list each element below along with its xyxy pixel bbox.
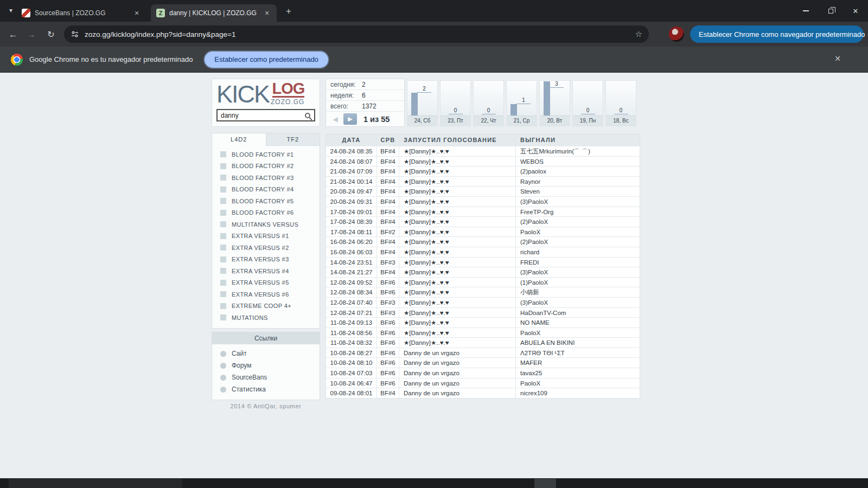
link-label: Форум bbox=[232, 362, 251, 369]
col-kicker: ★[Danny]★..♥.♥ bbox=[399, 237, 516, 247]
server-label: EXTRA VERSUS #4 bbox=[232, 268, 289, 274]
col-server: BF#6 bbox=[376, 287, 399, 297]
infobar-close-icon[interactable]: ✕ bbox=[834, 54, 841, 63]
sidebar-item-server[interactable]: BLOOD FACTORY #2 bbox=[212, 160, 320, 172]
col-kicker: Danny de un vrgazo bbox=[399, 358, 516, 368]
taskbar-app-segment[interactable] bbox=[9, 479, 182, 488]
tab-tf2[interactable]: TF2 bbox=[266, 133, 320, 146]
link-bullet-icon bbox=[220, 387, 226, 393]
restore-button[interactable] bbox=[818, 0, 843, 22]
site-settings-icon[interactable] bbox=[71, 30, 79, 38]
tab-close-icon[interactable]: ✕ bbox=[132, 10, 141, 17]
sidebar-item-server[interactable]: MUTATIONS bbox=[212, 312, 320, 324]
minimize-button[interactable] bbox=[793, 0, 818, 22]
col-kicker: Danny de un vrgazo bbox=[399, 378, 516, 388]
pagination: ◀ ▶ 1 из 55 bbox=[326, 112, 404, 126]
day-chart: 121, Ср bbox=[506, 80, 537, 126]
col-date: 12-08-24 08:34 bbox=[326, 287, 376, 297]
stat-row: неделя:6 bbox=[326, 90, 404, 101]
col-kicked: (2)paolox bbox=[516, 166, 640, 176]
table-row: 17-08-24 08:11BF#2★[Danny]★..♥.♥PaoloX bbox=[326, 227, 640, 237]
sidebar-item-server[interactable]: BLOOD FACTORY #5 bbox=[212, 195, 320, 207]
server-bullet-icon bbox=[220, 268, 226, 274]
profile-avatar[interactable] bbox=[669, 27, 684, 42]
sidebar-item-server[interactable]: EXTREME COOP 4+ bbox=[212, 300, 320, 312]
forward-icon[interactable]: → bbox=[25, 28, 38, 41]
col-date: 10-08-24 08:27 bbox=[326, 348, 376, 358]
url-text[interactable]: zozo.gg/kicklog/index.php?sid=danny&page… bbox=[85, 30, 631, 38]
table-row: 16-08-24 06:20BF#4★[Danny]★..♥.♥(2)Paolo… bbox=[326, 236, 640, 247]
tab-close-icon[interactable]: ✕ bbox=[263, 10, 271, 17]
sidebar-item-server[interactable]: EXTRA VERSUS #3 bbox=[212, 254, 320, 266]
sidebar-link[interactable]: SourceBans bbox=[212, 371, 320, 383]
browser-window: ▾ SourceBans | ZOZO.GG ✕ Z danny | KICKL… bbox=[0, 0, 868, 488]
sidebar-item-server[interactable]: EXTRA VERSUS #5 bbox=[212, 277, 320, 289]
tab-kicklog[interactable]: Z danny | KICKLOG | ZOZO.GG ✕ bbox=[151, 4, 277, 22]
sidebar-item-server[interactable]: BLOOD FACTORY #1 bbox=[212, 149, 320, 160]
day-chart: 019, Пн bbox=[572, 80, 603, 126]
col-kicked: MAFER bbox=[516, 358, 640, 368]
table-row: 12-08-24 07:40BF#3★[Danny]★..♥.♥(3)Paolo… bbox=[326, 297, 640, 307]
day-chart-plot: 0 bbox=[474, 81, 503, 115]
sidebar-link[interactable]: Статистика bbox=[212, 383, 320, 395]
sidebar-item-server[interactable]: EXTRA VERSUS #2 bbox=[212, 242, 320, 254]
tab-l4d2[interactable]: L4D2 bbox=[212, 133, 266, 146]
sidebar-item-server[interactable]: EXTRA VERSUS #6 bbox=[212, 288, 320, 300]
col-date: 11-08-24 08:32 bbox=[326, 338, 376, 348]
stat-label: сегодня: bbox=[326, 79, 362, 89]
sidebar-item-server[interactable]: MULTITANKS VERSUS bbox=[212, 219, 320, 230]
col-kicked: (2)PaoloX bbox=[516, 217, 640, 227]
set-default-browser-button[interactable]: Establecer Chrome como navegador predete… bbox=[690, 25, 864, 43]
col-date: 10-08-24 08:10 bbox=[326, 358, 376, 368]
address-bar[interactable]: zozo.gg/kicklog/index.php?sid=danny&page… bbox=[64, 25, 649, 43]
prev-page-icon[interactable]: ◀ bbox=[330, 115, 340, 123]
col-date: 16-08-24 06:20 bbox=[326, 237, 376, 247]
server-bullet-icon bbox=[220, 245, 226, 251]
infobar-set-default-button[interactable]: Establecer como predeterminado bbox=[205, 52, 328, 68]
day-chart-value: 0 bbox=[482, 107, 496, 114]
tab-title: danny | KICKLOG | ZOZO.GG bbox=[169, 9, 258, 17]
table-row: 12-08-24 08:34BF#6★[Danny]★..♥.♥小萌新 bbox=[326, 287, 640, 297]
col-kicker: ★[Danny]★..♥.♥ bbox=[399, 278, 516, 287]
col-kicker: Danny de un vrgazo bbox=[399, 348, 516, 358]
sidebar-item-server[interactable]: BLOOD FACTORY #6 bbox=[212, 207, 320, 219]
reload-icon[interactable]: ↻ bbox=[44, 28, 58, 41]
link-label: Статистика bbox=[232, 386, 266, 393]
tab-search-chevron-icon[interactable]: ▾ bbox=[4, 4, 17, 17]
search-input[interactable] bbox=[221, 112, 305, 119]
taskbar-tray-segment[interactable] bbox=[534, 479, 556, 488]
sidebar-link[interactable]: Форум bbox=[212, 359, 320, 371]
close-window-button[interactable]: ✕ bbox=[843, 0, 868, 22]
sidebar-link[interactable]: Сайт bbox=[212, 348, 320, 359]
sidebar-item-server[interactable]: EXTRA VERSUS #1 bbox=[212, 230, 320, 242]
col-date: 10-08-24 07:03 bbox=[326, 368, 376, 378]
tab-title: SourceBans | ZOZO.GG bbox=[35, 9, 128, 17]
server-bullet-icon bbox=[220, 233, 226, 239]
table-row: 14-08-24 21:27BF#4★[Danny]★..♥.♥(3)Paolo… bbox=[326, 267, 640, 277]
table-row: 24-08-24 08:07BF#4★[Danny]★..♥.♥WEBOS bbox=[326, 156, 640, 166]
browser-menu-icon[interactable]: ⋮ bbox=[865, 30, 868, 38]
sidebar-item-server[interactable]: BLOOD FACTORY #3 bbox=[212, 172, 320, 184]
table-row: 10-08-24 06:47BF#6Danny de un vrgazoPaol… bbox=[326, 378, 640, 388]
sidebar-item-server[interactable]: BLOOD FACTORY #4 bbox=[212, 184, 320, 196]
col-server: BF#4 bbox=[376, 388, 399, 398]
back-icon[interactable]: ← bbox=[7, 28, 20, 41]
site-logo[interactable]: KICK LOG ZOZO.GG bbox=[216, 82, 315, 106]
next-page-button[interactable]: ▶ bbox=[343, 113, 357, 125]
new-tab-button[interactable]: + bbox=[282, 5, 295, 18]
server-bullet-icon bbox=[220, 163, 226, 169]
tab-sourcebans[interactable]: SourceBans | ZOZO.GG ✕ bbox=[16, 4, 146, 22]
col-kicker: ★[Danny]★..♥.♥ bbox=[399, 217, 516, 227]
sidebar-item-server[interactable]: EXTRA VERSUS #4 bbox=[212, 265, 320, 277]
col-server: BF#4 bbox=[376, 237, 399, 247]
day-chart-value: 0 bbox=[449, 107, 463, 114]
col-server: BF#4 bbox=[376, 166, 399, 176]
search-icon[interactable] bbox=[305, 113, 310, 118]
table-row: 17-08-24 08:39BF#4★[Danny]★..♥.♥(2)Paolo… bbox=[326, 216, 640, 227]
taskbar[interactable] bbox=[0, 478, 868, 488]
table-row: 09-08-24 08:01BF#4Danny de un vrgazonicr… bbox=[326, 388, 640, 398]
table-row: 17-08-24 09:01BF#4★[Danny]★..♥.♥FreeTP-O… bbox=[326, 207, 640, 217]
bookmark-star-icon[interactable]: ☆ bbox=[635, 29, 642, 39]
window-controls: ✕ bbox=[793, 0, 868, 22]
links-title: Ссылки bbox=[212, 332, 320, 344]
